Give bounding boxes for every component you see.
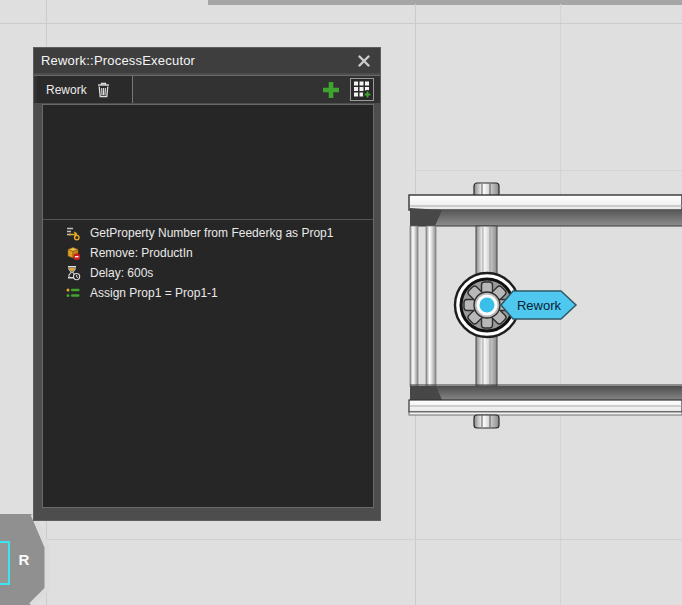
tab-rework[interactable]: Rework [37,76,133,103]
add-routine-button[interactable] [321,80,341,100]
assign-icon [65,285,81,301]
process-label-text: Rework [517,298,562,313]
statement-list: GetProperty Number from Feederkg as Prop… [43,223,373,303]
tab-label: Rework [46,83,87,97]
getproperty-icon [65,225,81,241]
remove-icon [65,245,81,261]
application-window: Rework R Rework::ProcessExecutor Rework [0,0,682,605]
statement-row[interactable]: GetProperty Number from Feederkg as Prop… [43,223,373,243]
plus-icon [321,80,341,100]
statement-row[interactable]: Remove: ProductIn [43,243,373,263]
close-icon [358,55,370,67]
floor-grid-line [0,23,682,24]
statement-row[interactable]: Delay: 600s [43,263,373,283]
add-statement-grid-button[interactable] [350,78,374,101]
view-compass[interactable]: R [0,508,62,605]
statement-text: GetProperty Number from Feederkg as Prop… [90,226,333,240]
statement-text: Delay: 600s [90,266,153,280]
conveyor-rail-top [409,195,682,226]
flow-statement-divider [43,219,373,220]
conveyor-leg [426,226,436,386]
conveyor-post-bottom [474,415,499,428]
floor-grid-line [46,539,682,540]
routine-editor-area[interactable]: GetProperty Number from Feederkg as Prop… [42,104,374,508]
compass-face-label: R [19,551,30,568]
panel-title: Rework::ProcessExecutor [41,53,356,68]
statement-text: Assign Prop1 = Prop1-1 [90,286,218,300]
statement-text: Remove: ProductIn [90,246,193,260]
delete-routine-trash-icon[interactable] [96,81,111,98]
delay-icon [65,265,81,281]
statement-grid-icon [351,79,373,100]
routine-tabstrip: Rework [34,75,380,103]
viewport-top-edge [208,0,682,5]
process-executor-panel: Rework::ProcessExecutor Rework [33,47,381,521]
statement-row[interactable]: Assign Prop1 = Prop1-1 [43,283,373,303]
panel-titlebar: Rework::ProcessExecutor [34,48,380,73]
conveyor-leg [410,226,418,386]
conveyor-component[interactable]: Rework [408,180,682,430]
flow-canvas[interactable] [43,105,373,219]
conveyor-rail-bottom [409,385,682,415]
compass-highlighted-face[interactable] [0,542,9,584]
floor-grid-line [415,170,682,171]
process-label-flag[interactable]: Rework [501,291,576,319]
close-button[interactable] [356,53,372,69]
